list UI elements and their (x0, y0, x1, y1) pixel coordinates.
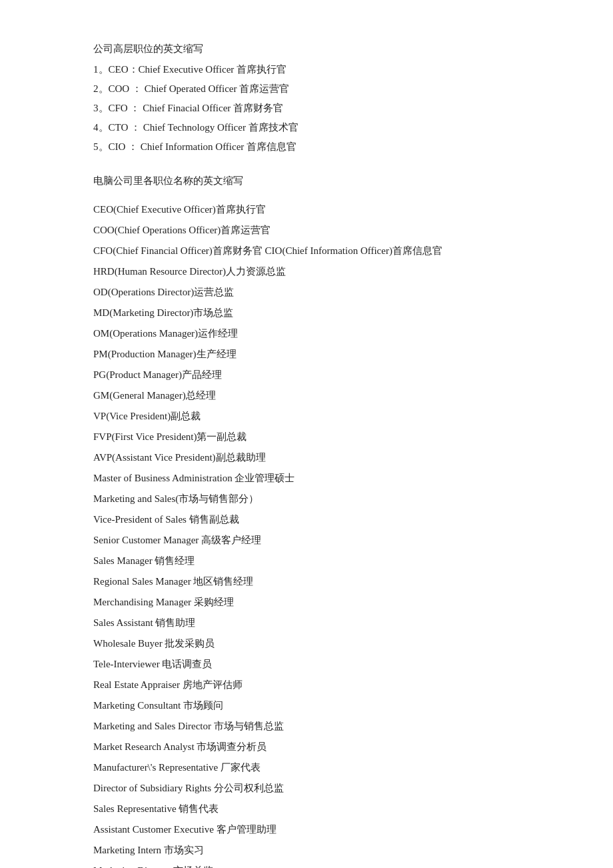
content-line-11: FVP(First Vice President)第一副总裁 (93, 428, 520, 446)
page-content: 公司高层职位的英文缩写 1。CEO：Chief Executive Office… (93, 40, 520, 868)
content-line-13: Master of Business Administration 企业管理硕士 (93, 469, 520, 487)
content-line-21: Wholesale Buyer 批发采购员 (93, 635, 520, 653)
content-lines: CEO(Chief Executive Officer)首席执行官 COO(Ch… (93, 201, 520, 868)
content-line-16: Senior Customer Manager 高级客户经理 (93, 531, 520, 549)
content-line-2: CFO(Chief Financial Officer)首席财务官 CIO(Ch… (93, 242, 520, 260)
content-line-31: Marketing Intern 市场实习 (93, 841, 520, 859)
numbered-item-5: 5。CIO ： Chief Information Officer 首席信息官 (93, 138, 520, 156)
content-line-17: Sales Manager 销售经理 (93, 552, 520, 570)
content-line-14: Marketing and Sales(市场与销售部分） (93, 490, 520, 508)
content-line-15: Vice-President of Sales 销售副总裁 (93, 511, 520, 529)
content-line-5: MD(Marketing Director)市场总监 (93, 304, 520, 322)
content-line-20: Sales Assistant 销售助理 (93, 614, 520, 632)
content-line-12: AVP(Assistant Vice President)副总裁助理 (93, 449, 520, 467)
section2-title: 电脑公司里各职位名称的英文缩写 (93, 172, 520, 190)
content-line-27: Manufacturer\'s Representative 厂家代表 (93, 759, 520, 777)
content-line-29: Sales Representative 销售代表 (93, 800, 520, 818)
content-line-1: COO(Chief Operations Officer)首席运营官 (93, 221, 520, 239)
numbered-list: 1。CEO：Chief Executive Officer 首席执行官 2。CO… (93, 61, 520, 156)
numbered-item-4: 4。CTO ： Chief Technology Officer 首席技术官 (93, 119, 520, 137)
content-line-23: Real Estate Appraiser 房地产评估师 (93, 676, 520, 694)
numbered-item-1: 1。CEO：Chief Executive Officer 首席执行官 (93, 61, 520, 79)
numbered-item-2: 2。COO ： Chief Operated Officer 首席运营官 (93, 80, 520, 98)
content-line-22: Tele-Interviewer 电话调查员 (93, 655, 520, 673)
content-line-3: HRD(Human Resource Director)人力资源总监 (93, 263, 520, 281)
content-line-6: OM(Operations Manager)运作经理 (93, 325, 520, 343)
content-line-30: Assistant Customer Executive 客户管理助理 (93, 821, 520, 839)
content-line-32: Marketing Director 市场总监 (93, 862, 520, 868)
content-line-9: GM(General Manager)总经理 (93, 387, 520, 405)
section1-title: 公司高层职位的英文缩写 (93, 40, 520, 58)
content-line-7: PM(Production Manager)生产经理 (93, 345, 520, 363)
content-line-24: Marketing Consultant 市场顾问 (93, 697, 520, 715)
content-line-8: PG(Product Manager)产品经理 (93, 366, 520, 384)
content-line-25: Marketing and Sales Director 市场与销售总监 (93, 717, 520, 735)
content-line-0: CEO(Chief Executive Officer)首席执行官 (93, 201, 520, 219)
content-line-19: Merchandising Manager 采购经理 (93, 593, 520, 611)
content-line-4: OD(Operations Director)运营总监 (93, 283, 520, 301)
content-line-28: Director of Subsidiary Rights 分公司权利总监 (93, 779, 520, 797)
content-line-18: Regional Sales Manager 地区销售经理 (93, 573, 520, 591)
content-line-10: VP(Vice President)副总裁 (93, 407, 520, 425)
content-line-26: Market Research Analyst 市场调查分析员 (93, 738, 520, 756)
numbered-item-3: 3。CFO ： Chief Finacial Officer 首席财务官 (93, 99, 520, 117)
